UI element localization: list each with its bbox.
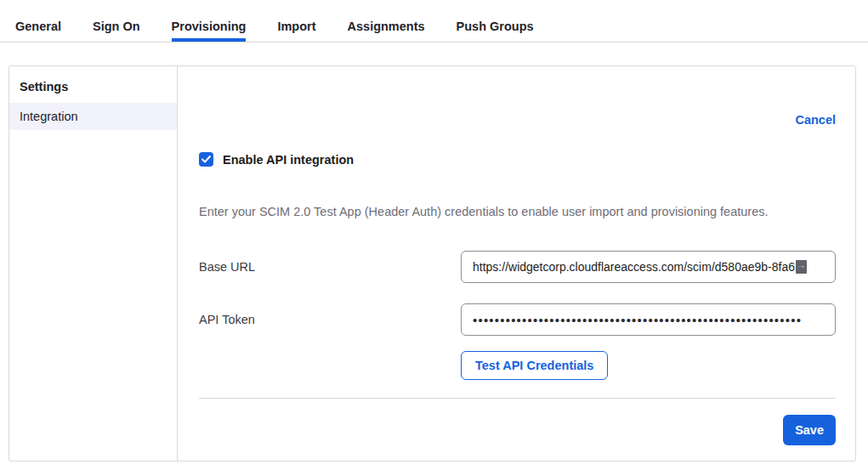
text-selection-cursor-icon: ·¬ [796,260,807,274]
cancel-link[interactable]: Cancel [795,113,836,127]
sidebar-header: Settings [9,72,177,103]
footer-divider [199,398,836,399]
base-url-row: Base URL https://widgetcorp.cloudflareac… [199,251,836,283]
credentials-description: Enter your SCIM 2.0 Test App (Header Aut… [199,204,836,220]
api-token-row: API Token ••••••••••••••••••••••••••••••… [199,303,836,336]
tab-import[interactable]: Import [277,0,315,42]
settings-sidebar: Settings Integration [9,66,178,461]
base-url-input[interactable]: https://widgetcorp.cloudflareaccess.com/… [461,251,836,283]
enable-api-integration-checkbox[interactable] [199,152,213,167]
enable-api-integration-label: Enable API integration [223,153,354,167]
api-token-label: API Token [199,313,461,326]
test-button-row: Test API Credentials [199,351,836,380]
save-button[interactable]: Save [783,415,836,445]
api-token-input[interactable]: ••••••••••••••••••••••••••••••••••••••••… [461,303,836,336]
enable-api-integration-row: Enable API integration [199,152,836,167]
app-tab-bar: General Sign On Provisioning Import Assi… [0,0,868,42]
tab-provisioning[interactable]: Provisioning [172,0,247,42]
tab-sign-on[interactable]: Sign On [93,0,140,42]
tab-push-groups[interactable]: Push Groups [457,0,534,42]
integration-settings-form: Cancel Enable API integration Enter your… [178,66,855,461]
checkmark-icon [201,156,211,163]
tab-general[interactable]: General [15,0,61,42]
api-token-masked-value: ••••••••••••••••••••••••••••••••••••••••… [473,313,802,327]
sidebar-item-integration[interactable]: Integration [9,103,177,130]
cancel-row: Cancel [199,113,836,127]
test-api-credentials-button[interactable]: Test API Credentials [461,351,608,380]
save-row: Save [199,415,836,445]
provisioning-panel: Settings Integration Cancel Enable API i… [9,65,856,462]
base-url-value: https://widgetcorp.cloudflareaccess.com/… [473,260,795,274]
tab-assignments[interactable]: Assignments [348,0,425,42]
base-url-label: Base URL [199,260,461,274]
